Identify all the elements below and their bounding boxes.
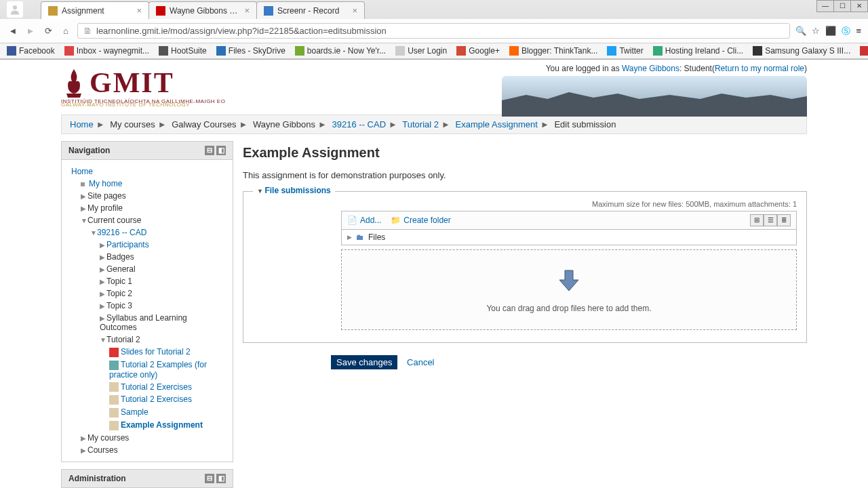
nav-item[interactable]: Tutorial 2 (106, 335, 140, 344)
breadcrumb-link[interactable]: Tutorial 2 (402, 119, 439, 129)
block-dock-icon[interactable]: ◧ (216, 146, 226, 155)
reload-button[interactable]: ⟳ (42, 25, 54, 37)
bookmark-item[interactable]: HootSuite (159, 46, 207, 56)
expand-icon[interactable]: ▶ (100, 278, 106, 285)
expand-icon[interactable]: ▶ (81, 447, 87, 454)
create-folder-button[interactable]: 📁 Create folder (391, 216, 450, 225)
expand-icon[interactable]: ▶ (100, 266, 106, 273)
expand-icon[interactable]: ▶ (81, 434, 87, 442)
block-hide-icon[interactable]: ⊟ (205, 146, 214, 155)
expand-icon[interactable]: ▶ (347, 234, 352, 241)
nav-item[interactable]: Tutorial 2 Exercises (121, 382, 192, 392)
expand-icon[interactable]: ▶ (81, 205, 87, 212)
nav-item[interactable]: Current course (87, 216, 141, 225)
expand-icon[interactable]: ▶ (100, 314, 106, 322)
nav-item[interactable]: Sample (121, 407, 149, 417)
view-list-button[interactable]: ☰ (764, 214, 777, 226)
bookmark-item[interactable]: boards.ie - Now Ye'r... (295, 46, 386, 56)
browser-tab[interactable]: Assignment × (41, 1, 149, 19)
logo-text: GMIT (90, 66, 174, 99)
expand-icon[interactable]: ▶ (100, 241, 106, 249)
file-meta-text: Maximum size for new files: 500MB, maxim… (341, 200, 797, 208)
nav-item[interactable]: Tutorial 2 Exercises (121, 394, 192, 404)
nav-item[interactable]: My courses (87, 433, 129, 443)
bookmark-item[interactable]: Twitter (607, 46, 643, 56)
nav-home[interactable]: Home (71, 167, 93, 176)
tab-label: Screenr - Record (277, 6, 348, 16)
tab-close-icon[interactable]: × (136, 5, 142, 16)
save-button[interactable]: Save changes (331, 355, 397, 369)
tab-close-icon[interactable]: × (352, 5, 357, 16)
tab-favicon-icon (264, 6, 273, 16)
star-icon[interactable]: ☆ (812, 26, 820, 36)
nav-item[interactable]: Topic 1 (106, 277, 132, 286)
view-icons-button[interactable]: ⊞ (750, 214, 764, 226)
nav-item[interactable]: Badges (106, 252, 134, 262)
url-bar[interactable]: 🗎 learnonline.gmit.ie/mod/assign/view.ph… (77, 23, 790, 39)
breadcrumb-link[interactable]: 39216 -- CAD (332, 119, 386, 129)
nav-item-current[interactable]: Example Assignment (121, 420, 203, 430)
search-icon[interactable]: 🔍 (795, 26, 806, 36)
file-dropzone[interactable]: You can drag and drop files here to add … (341, 249, 797, 330)
chrome-avatar-icon[interactable] (7, 1, 23, 18)
nav-item[interactable]: My profile (87, 203, 123, 213)
nav-item[interactable]: Participants (106, 240, 149, 249)
nav-item[interactable]: Syllabus and Learning Outcomes (100, 313, 187, 332)
nav-item[interactable]: Site pages (87, 191, 126, 201)
home-button[interactable]: ⌂ (60, 25, 72, 37)
assignment-description: This assignment is for demonstration pur… (243, 170, 807, 180)
fieldset-legend[interactable]: File submissions (253, 186, 335, 195)
back-button[interactable]: ◄ (7, 25, 19, 37)
add-file-button[interactable]: 📄 Add... (347, 216, 381, 225)
flame-icon (61, 66, 87, 99)
expand-icon[interactable]: ▶ (81, 192, 87, 200)
block-title: Administration (68, 474, 126, 483)
bookmark-item[interactable]: Blogger: ThinkTank... (509, 46, 598, 56)
nav-item[interactable]: Topic 2 (106, 289, 132, 298)
extension-icon[interactable]: ⬛ (825, 26, 836, 36)
bookmark-item[interactable]: Hosting Ireland - Cli... (653, 46, 743, 56)
browser-tab[interactable]: Screenr - Record × (256, 1, 365, 19)
browser-chrome: — ☐ ✕ Assignment × Wayne Gibbons GMIT - … (0, 0, 868, 60)
collapse-icon[interactable]: ▼ (100, 336, 106, 344)
forward-button[interactable]: ► (24, 25, 37, 37)
skype-icon[interactable]: Ⓢ (842, 25, 850, 37)
menu-icon[interactable]: ≡ (856, 26, 861, 36)
file-path-bar[interactable]: ▶ 🖿 Files (341, 230, 797, 245)
bookmark-item[interactable]: User Login (395, 46, 447, 56)
collapse-icon[interactable]: ▼ (90, 229, 97, 237)
nav-course-link[interactable]: 39216 -- CAD (97, 228, 146, 237)
tab-favicon-icon (48, 6, 58, 16)
bookmark-item[interactable]: Samsung Galaxy S III... (753, 46, 850, 56)
nav-item[interactable]: General (106, 264, 136, 274)
bookmark-item[interactable]: Inbox - waynegmit... (64, 46, 149, 56)
user-link[interactable]: Wayne Gibbons (622, 64, 679, 73)
nav-item[interactable]: Tutorial 2 Examples (for practice only) (109, 360, 207, 380)
expand-icon[interactable]: ▶ (100, 253, 106, 261)
nav-item[interactable]: Courses (87, 445, 118, 455)
cancel-link[interactable]: Cancel (407, 357, 434, 367)
collapse-icon[interactable]: ▼ (81, 217, 87, 224)
breadcrumb-link[interactable]: Home (70, 119, 94, 129)
expand-icon[interactable]: ▶ (100, 302, 106, 310)
view-tree-button[interactable]: ≣ (777, 214, 791, 226)
bookmark-item[interactable]: Files - SkyDrive (216, 46, 285, 56)
bookmark-item[interactable]: Google+ (456, 46, 500, 56)
nav-item[interactable]: Slides for Tutorial 2 (121, 347, 191, 357)
nav-item[interactable]: Topic 3 (106, 301, 132, 310)
bookmark-bar: Facebook Inbox - waynegmit... HootSuite … (0, 43, 868, 59)
tab-close-icon[interactable]: × (244, 5, 250, 16)
login-info: You are logged in as Wayne Gibbons: Stud… (546, 60, 807, 77)
block-dock-icon[interactable]: ◧ (216, 474, 226, 483)
block-hide-icon[interactable]: ⊟ (205, 474, 214, 483)
bookmark-item[interactable]: Pulse (860, 46, 868, 56)
nav-item[interactable]: My home (89, 179, 122, 188)
navigation-block: Navigation ⊟ ◧ Home My home ▶Site pages … (61, 141, 233, 462)
expand-icon[interactable]: ▶ (100, 290, 106, 298)
return-role-link[interactable]: Return to my normal role (715, 64, 804, 73)
browser-tab[interactable]: Wayne Gibbons GMIT - Y × (149, 1, 257, 19)
bookmark-item[interactable]: Facebook (7, 46, 55, 56)
gmit-logo[interactable]: GMIT INSTITIÚID TEICNEOLAÍOCHTA NA GAILL… (61, 60, 225, 115)
breadcrumb-link[interactable]: Example Assignment (456, 119, 538, 129)
page-icon: 🗎 (83, 26, 92, 36)
